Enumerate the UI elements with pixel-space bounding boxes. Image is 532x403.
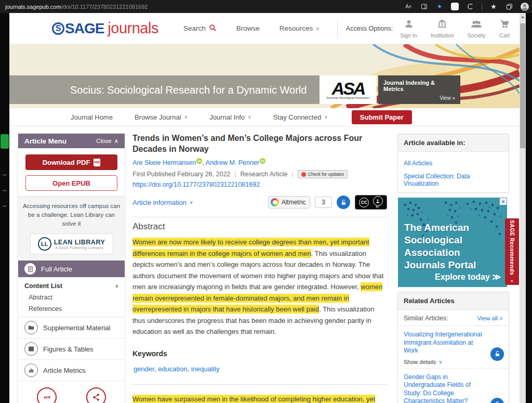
meta-divider: | [292,171,294,178]
resources-menu[interactable]: Resources ∨ [280,24,320,32]
page-scrollbar[interactable] [520,13,526,403]
ad-cta[interactable]: Explore today ≫ [435,272,501,282]
quote-glyph: “” [44,393,50,401]
sidebar-item-metrics[interactable]: Article Metrics [18,360,125,381]
keywords-line: gender, education, inequality [132,365,387,373]
browse-button[interactable]: Browse [236,24,260,32]
lean-library-promo: Accessing resources off campus can be a … [18,196,125,261]
profile-avatar[interactable] [521,3,529,11]
cc-by-badge[interactable]: CC BY [355,195,387,210]
keyword-link[interactable]: gender [134,365,154,373]
sign-in-label: Sign In [400,32,417,38]
doi-link[interactable]: https://doi.org/10.1177/2378023122108169… [132,181,387,188]
related-article-link[interactable]: Gender Gaps in Undergraduate Fields of S… [404,373,484,403]
nav-stay-connected[interactable]: Stay Connected∨ [273,113,328,121]
society-icon [470,19,483,31]
cart-button[interactable]: Cart [499,19,510,38]
table-icon [24,342,38,356]
chevron-up-icon: ∧ [115,283,118,289]
lean-library-icon: LL [38,237,51,251]
browse-label: Browse [236,24,260,32]
article-type: Research Article [241,171,288,178]
author-link[interactable]: Are Skeie Hermansen [132,159,196,166]
open-access-lock-icon[interactable] [337,196,350,209]
show-details-toggle[interactable]: Show details∨ [404,359,503,365]
lean-library-text: Accessing resources off campus can be a … [22,202,121,228]
keyword-link[interactable]: inequality [191,365,220,373]
asa-logo[interactable]: ASA American Sociological Association [320,75,377,104]
content-list-references[interactable]: References [29,305,118,313]
browser-address-bar[interactable]: journals.sagepub.com/doi/10.1177/2378023… [0,0,532,13]
url-path: /doi/10.1177/23780231221081692 [61,4,148,10]
article-information-label: Article information [132,199,187,206]
url-host: journals.sagepub.com [5,4,61,10]
orcid-icon[interactable]: iD [196,158,202,164]
asa-caption: American Sociological Association [327,96,369,99]
sidebar-item-full-article[interactable]: Full Article [18,261,125,277]
chevron-down-icon: ∨ [184,114,188,120]
nav-label: Journal Home [71,113,113,121]
sign-in-button[interactable]: Sign In [400,19,417,38]
special-collection-link[interactable]: Special Collection: Data Visualization [404,173,503,187]
collections-icon[interactable] [505,3,513,11]
favorites-bar-icon[interactable] [489,3,498,11]
submit-paper-button[interactable]: Submit Paper [352,110,412,124]
journal-metrics-panel[interactable]: Journal Indexing & Metrics View » [378,75,460,104]
supplemental-label: Supplemental Material [43,324,110,332]
asa-portal-ad[interactable]: ✕ The American Sociological Association … [398,198,507,287]
favorite-star-icon[interactable]: ★ [435,3,444,11]
close-menu-button[interactable]: Close∧ [96,137,118,145]
search-button[interactable]: Search [183,24,217,33]
keyword-separator: , [154,365,158,373]
content-list-abstract[interactable]: Abstract [29,294,118,301]
nav-journal-home[interactable]: Journal Home [71,113,113,121]
sage-journals-logo[interactable]: SSAGEjournals [52,20,158,37]
download-pdf-button[interactable]: Download PDF PDF [25,154,117,170]
abstract-heading: Abstract [132,222,387,232]
sidebar-item-supplemental[interactable]: Supplemental Material [18,317,125,339]
ad-close-icon[interactable]: ✕ [500,198,507,205]
nav-journal-info[interactable]: Journal Info∨ [209,113,251,121]
browser-window: journals.sagepub.com/doi/10.1177/2378023… [0,0,532,403]
figures-label: Figures & Tables [43,345,94,353]
society-label: Society [468,32,485,38]
institution-button[interactable]: Institution [431,19,454,38]
text-size-icon[interactable]: AA [404,3,413,11]
nav-browse-journal[interactable]: Browse Journal∨ [135,113,188,121]
right-rail: Article available in: All Articles Speci… [397,134,509,403]
chevron-down-icon: ∨ [248,114,251,120]
cite-button[interactable]: “” Cite [37,387,57,403]
share-button[interactable]: Share [86,387,106,403]
lean-library-logo[interactable]: LL LEAN LIBRARY A SAGE Publishing Compan… [30,233,113,254]
published-date: First Published February 26, 2022 [132,171,230,178]
sage-recommends-tab[interactable]: SAGE Recommends ∨ [505,218,519,285]
journal-title[interactable]: Socius: Sociological Research for a Dyna… [70,83,314,97]
extension-c-icon[interactable] [466,3,474,11]
view-all-link[interactable]: View all > [477,315,503,321]
altmetric-badge[interactable]: Altmetric [268,196,311,209]
sage-s-icon: S [52,22,64,35]
orcid-icon[interactable]: iD [260,158,265,164]
url-text[interactable]: journals.sagepub.com/doi/10.1177/2378023… [5,4,148,10]
reader-mode-icon[interactable] [420,3,428,11]
available-in-box: Article available in: All Articles Speci… [397,134,509,193]
article-information-toggle[interactable]: Article information ∨ [132,199,193,206]
scroll-up-arrow[interactable] [521,16,524,18]
metrics-label: Journal Indexing & Metrics [383,80,455,92]
active-extension-icon[interactable] [1,134,9,149]
keyword-link[interactable]: education [158,365,187,373]
open-epub-button[interactable]: Open EPUB [25,175,117,191]
ad-title: The American Sociological Association Jo… [404,222,495,271]
content-list-toggle[interactable]: Content List ∧ [24,282,118,290]
related-article-link[interactable]: Visualizing Intergenerational Immigrant … [404,331,484,355]
author-link[interactable]: Andrew M. Penner [206,159,260,166]
check-updates-button[interactable]: Check for updates [298,170,348,178]
extension-icon[interactable] [451,3,459,10]
society-button[interactable]: Society [468,19,485,38]
resources-label: Resources [280,24,313,32]
all-articles-link[interactable]: All Articles [404,160,503,167]
scrollbar-thumb[interactable] [520,23,525,148]
metrics-view-link[interactable]: View » [440,95,455,101]
sidebar-item-figures[interactable]: Figures & Tables [18,339,125,360]
sidebar-glyph [3,174,7,176]
